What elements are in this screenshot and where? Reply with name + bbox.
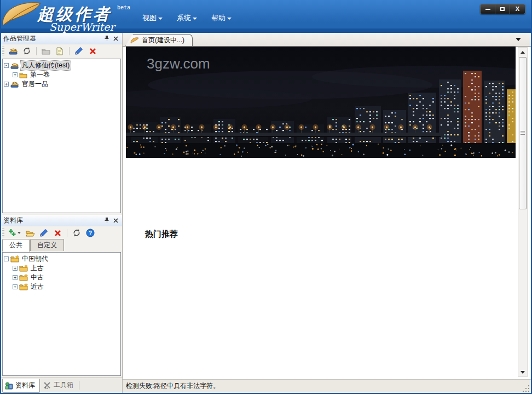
close-panel-button[interactable] — [111, 216, 120, 225]
dock-tab-bar: 资料库 工具箱 — [1, 378, 122, 393]
works-edit-button[interactable] — [73, 45, 84, 56]
tree-item-novel2[interactable]: + 官居一品 — [4, 79, 120, 89]
works-book-button[interactable] — [8, 45, 19, 56]
refresh-icon — [22, 47, 31, 55]
dock-tab-label: 资料库 — [15, 381, 35, 390]
works-panel-titlebar: 作品管理器 — [1, 33, 122, 44]
library-panel-title: 资料库 — [3, 216, 102, 225]
expand-expander[interactable]: + — [13, 72, 18, 77]
minimize-button[interactable] — [481, 4, 495, 14]
tree-item-label[interactable]: 凡人修仙传(test) — [21, 61, 71, 70]
collapse-expander[interactable]: - — [4, 256, 9, 261]
works-newdoc-button[interactable] — [54, 45, 65, 56]
expand-expander[interactable]: + — [13, 284, 18, 289]
menu-help[interactable]: 帮助 — [208, 12, 235, 24]
works-delete-button[interactable] — [87, 45, 98, 56]
chevron-down-icon — [227, 18, 232, 20]
library-help-button[interactable]: ? — [85, 227, 96, 238]
toolbar-grip[interactable] — [2, 229, 4, 237]
library-edit-button[interactable] — [38, 227, 49, 238]
pin-icon — [105, 35, 109, 42]
pin-icon — [105, 217, 109, 224]
tab-public[interactable]: 公共 — [2, 239, 30, 252]
tree-item-novel1[interactable]: - 凡人修仙传(test) — [4, 61, 120, 70]
beta-badge: beta — [117, 4, 130, 10]
library-refresh-button[interactable] — [71, 227, 82, 238]
tree-item-ancient[interactable]: + 上古 — [4, 264, 120, 273]
menu-view[interactable]: 视图 — [139, 12, 166, 24]
maximize-icon — [500, 7, 505, 11]
close-panel-button[interactable] — [111, 35, 120, 43]
home-page-content: 3gzw.com 热门推荐 — [123, 47, 531, 378]
pin-button[interactable] — [102, 35, 111, 43]
feather-logo-icon — [2, 1, 42, 30]
tree-item-dynasties[interactable]: - 中国朝代 — [4, 254, 120, 264]
tree-item-label[interactable]: 近古 — [30, 282, 45, 292]
works-refresh-button[interactable] — [21, 45, 32, 56]
maximize-button[interactable] — [495, 4, 510, 14]
tree-item-label[interactable]: 第一卷 — [29, 70, 51, 79]
status-bar: 检测失败:路径中具有非法字符。 — [123, 378, 531, 393]
folder-star-icon — [19, 265, 28, 272]
menu-system[interactable]: 系统 — [174, 12, 200, 24]
close-button[interactable]: X — [510, 4, 525, 14]
menu-help-label: 帮助 — [211, 13, 225, 23]
expand-expander[interactable]: + — [4, 82, 9, 87]
refresh-icon — [72, 229, 81, 237]
library-open-button[interactable] — [25, 227, 36, 238]
tree-item-label[interactable]: 上古 — [30, 264, 45, 273]
book-icon — [10, 62, 19, 70]
tree-item-volume1[interactable]: + 第一卷 — [4, 70, 120, 79]
library-delete-button[interactable] — [52, 227, 63, 238]
library-add-button[interactable] — [8, 227, 22, 238]
pin-button[interactable] — [102, 216, 111, 225]
folder-icon — [42, 48, 50, 55]
toolbar-separator — [36, 47, 37, 55]
close-icon — [113, 36, 118, 41]
books-icon — [9, 47, 18, 55]
library-tabs: 公共 自定义 — [1, 239, 122, 251]
expand-expander[interactable]: + — [13, 266, 18, 271]
tab-home[interactable]: 首页(建设中...) — [125, 34, 193, 46]
main-area: 首页(建设中...) — [123, 33, 531, 393]
dock-tab-toolbox[interactable]: 工具箱 — [41, 379, 78, 392]
arrow-up-icon — [521, 51, 525, 54]
tree-item-recent[interactable]: + 近古 — [4, 282, 120, 292]
collapse-expander[interactable]: - — [4, 63, 9, 68]
status-message: 检测失败:路径中具有非法字符。 — [126, 381, 219, 391]
dock-tab-separator — [79, 381, 79, 390]
book-icon — [10, 81, 19, 88]
scrollbar-thumb[interactable] — [519, 57, 527, 209]
menu-system-label: 系统 — [177, 13, 191, 23]
new-document-icon — [56, 47, 63, 55]
tab-list-dropdown-icon[interactable] — [516, 38, 521, 41]
watermark-text: 3gzw.com — [147, 55, 210, 72]
folder-icon — [19, 72, 27, 78]
arrow-down-icon — [521, 371, 525, 374]
pencil-icon — [74, 47, 83, 55]
title-bar: 超级作者 SuperWriter beta 视图 系统 帮助 X — [1, 0, 531, 33]
toolbar-grip[interactable] — [2, 47, 4, 55]
folder-star-icon — [19, 283, 28, 290]
menubar: 视图 系统 帮助 — [139, 12, 235, 24]
close-icon: X — [516, 6, 519, 12]
works-folder-button[interactable] — [41, 45, 51, 56]
scroll-up-button[interactable] — [518, 48, 527, 56]
tab-custom[interactable]: 自定义 — [30, 239, 64, 251]
tree-item-label[interactable]: 中古 — [30, 273, 45, 282]
dock-tab-library[interactable]: 资料库 — [2, 379, 40, 393]
library-panel-titlebar: 资料库 — [1, 215, 122, 226]
dock-tab-label: 工具箱 — [54, 380, 73, 390]
tree-item-label[interactable]: 中国朝代 — [21, 254, 49, 264]
toolbox-tab-icon — [43, 381, 51, 389]
vertical-scrollbar[interactable] — [518, 47, 528, 377]
expand-expander[interactable]: + — [13, 275, 18, 280]
tree-item-label[interactable]: 官居一品 — [21, 79, 49, 89]
svg-text:?: ? — [89, 230, 92, 236]
works-toolbar — [1, 44, 122, 58]
delete-x-icon — [89, 48, 96, 55]
scroll-down-button[interactable] — [518, 368, 527, 376]
resize-grip[interactable] — [523, 385, 530, 392]
tree-item-middle[interactable]: + 中古 — [4, 273, 120, 282]
library-toolbar: ? — [1, 226, 122, 239]
